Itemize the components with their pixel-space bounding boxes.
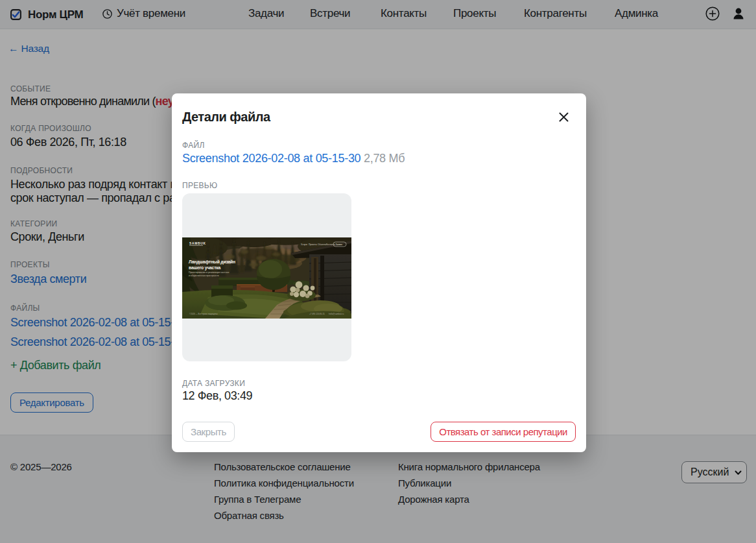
svg-text:Проекты: Проекты <box>309 243 317 246</box>
svg-text:SAMBUK: SAMBUK <box>189 242 206 245</box>
svg-text:и общественных пространств: и общественных пространств <box>189 274 219 277</box>
svg-text:+7 495 120-80-15: +7 495 120-80-15 <box>309 313 325 315</box>
svg-text:Контакты: Контакты <box>326 243 335 246</box>
svg-text:Ландшафтный дизайн: Ландшафтный дизайн <box>189 259 235 265</box>
svg-text:вашего участка: вашего участка <box>189 265 221 271</box>
svg-text:Проектирование и реализация ча: Проектирование и реализация частных <box>189 271 230 274</box>
svg-text:©2026 — Все права защищены: ©2026 — Все права защищены <box>189 313 218 315</box>
svg-text:Объекты: Объекты <box>318 243 327 246</box>
svg-text:Услуги: Услуги <box>301 243 307 246</box>
svg-text:hello@sambuk.ru: hello@sambuk.ru <box>329 313 344 315</box>
svg-text:Заявка: Заявка <box>336 243 343 246</box>
